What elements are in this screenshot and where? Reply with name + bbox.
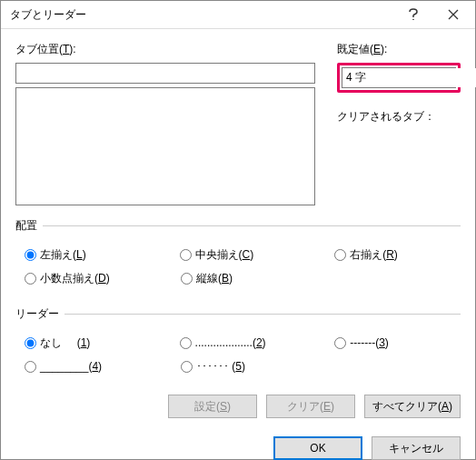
leader-none-radio[interactable]: なし (1): [25, 335, 180, 351]
tab-position-input[interactable]: [15, 63, 315, 84]
align-left-radio[interactable]: 左揃え(L): [25, 247, 180, 263]
divider: [64, 314, 461, 315]
default-value-input[interactable]: [342, 68, 476, 87]
ok-button[interactable]: OK: [273, 436, 362, 460]
close-button[interactable]: [433, 1, 473, 28]
align-right-radio[interactable]: 右揃え(R): [334, 247, 461, 263]
tab-position-column: タブ位置(T):: [15, 42, 315, 205]
leader-underline-radio[interactable]: ________(4): [25, 360, 181, 373]
tabs-dialog: タブとリーダー タブ位置(T): 既定値(E):: [0, 0, 476, 460]
leader-group-header: リーダー: [15, 306, 461, 322]
set-button[interactable]: 設定(S): [168, 395, 257, 418]
clear-all-button[interactable]: すべてクリア(A): [364, 395, 461, 418]
cleared-tabs-label: クリアされるタブ：: [337, 109, 461, 125]
default-spinner-highlight: [337, 63, 461, 93]
tab-stops-listbox[interactable]: [15, 87, 315, 205]
help-button[interactable]: [393, 1, 433, 28]
align-decimal-radio[interactable]: 小数点揃え(D): [25, 271, 181, 286]
default-label: 既定値(E):: [337, 42, 461, 57]
align-center-radio[interactable]: 中央揃え(C): [180, 247, 335, 263]
dialog-footer: OK キャンセル: [1, 427, 475, 460]
titlebar: タブとリーダー: [1, 1, 475, 29]
tab-position-label: タブ位置(T):: [15, 42, 315, 57]
action-buttons-row: 設定(S) クリア(E) すべてクリア(A): [15, 395, 461, 418]
leader-dashes-radio[interactable]: -------(3): [334, 336, 461, 349]
dialog-content: タブ位置(T): 既定値(E):: [1, 29, 475, 427]
leader-label: リーダー: [15, 306, 59, 322]
clear-button[interactable]: クリア(E): [266, 395, 355, 418]
divider: [43, 225, 461, 226]
leader-middots-radio[interactable]: ･･････ (5): [181, 360, 337, 373]
align-bar-radio[interactable]: 縦線(B): [181, 271, 337, 286]
alignment-label: 配置: [15, 218, 37, 234]
top-row: タブ位置(T): 既定値(E):: [15, 42, 461, 205]
leader-dots-radio[interactable]: ...................(2): [180, 336, 335, 349]
alignment-group-header: 配置: [15, 218, 461, 234]
window-title: タブとリーダー: [10, 7, 393, 23]
leader-options: なし (1) ...................(2) -------(3)…: [25, 331, 461, 378]
alignment-options: 左揃え(L) 中央揃え(C) 右揃え(R) 小数点揃え(D): [25, 243, 461, 290]
default-column: 既定値(E): クリアされるタブ：: [337, 42, 461, 205]
cancel-button[interactable]: キャンセル: [372, 436, 461, 460]
default-spinner[interactable]: [342, 67, 456, 88]
